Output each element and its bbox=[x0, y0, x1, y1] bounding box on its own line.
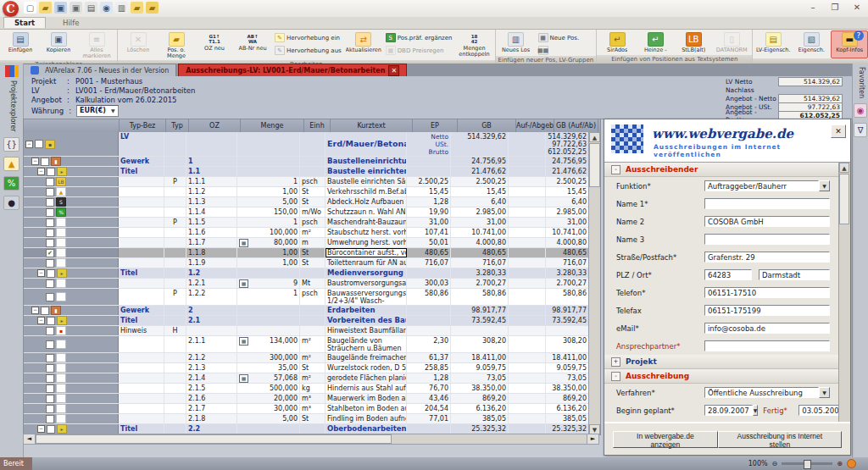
cell-kurztext[interactable]: Bürocontainer aufst., vorh., entfernen bbox=[326, 248, 407, 257]
cell-gb-auf-ab[interactable]: 24.756,95 bbox=[546, 157, 589, 166]
zoom-out-icon[interactable]: ⊖ bbox=[772, 460, 778, 467]
cell-gb-auf-ab[interactable]: 716,07 bbox=[546, 258, 589, 268]
funnel-icon[interactable]: ∇ bbox=[854, 123, 867, 137]
cell-ep[interactable] bbox=[407, 306, 451, 315]
cell-gb[interactable]: 480,65 bbox=[451, 248, 509, 257]
save-all-icon[interactable]: ▣ bbox=[70, 2, 82, 14]
ab-nr-neu-button[interactable]: AB↑ WAAB-Nr neu bbox=[234, 30, 271, 60]
expand-icon[interactable]: − bbox=[37, 168, 45, 175]
cell-gb-auf-ab[interactable]: 18.411,00 bbox=[546, 353, 589, 362]
tree-cell[interactable]: ▲ bbox=[24, 187, 119, 196]
neue-pos-button[interactable]: ▦Neue Pos. bbox=[536, 32, 582, 43]
ribbon-tab-start[interactable]: Start bbox=[3, 17, 46, 28]
cell-einh[interactable] bbox=[300, 132, 326, 156]
show-webvergabe-button[interactable]: In webvergabe.de anzeigen bbox=[613, 431, 718, 448]
cell-typbez[interactable] bbox=[119, 363, 164, 373]
cell-oz[interactable] bbox=[186, 326, 237, 335]
cell-einh[interactable]: kg bbox=[300, 384, 326, 393]
cell-typbez[interactable] bbox=[119, 279, 164, 288]
cell-gb[interactable]: 73,05 bbox=[451, 373, 509, 383]
cell-gb-auf-ab[interactable]: 73,05 bbox=[546, 373, 589, 383]
neues-los-button[interactable]: ▥Neues Los bbox=[498, 30, 535, 56]
name2-field[interactable]: COSOBA GmbH bbox=[704, 216, 830, 227]
cell-typbez[interactable] bbox=[119, 289, 164, 305]
currency-select[interactable]: EUR(€)▼ bbox=[76, 105, 119, 117]
cell-einh[interactable] bbox=[300, 306, 326, 315]
tab-close-icon[interactable]: ✕ bbox=[388, 65, 399, 76]
cell-einh[interactable]: m/Wo bbox=[300, 207, 326, 217]
table-row-titel-1.2[interactable]: −▸Titel1.2Medienversorgung3.280,333.280,… bbox=[24, 268, 589, 279]
cell-ep[interactable]: 2,30 bbox=[407, 336, 451, 352]
archive-folder-icon[interactable]: ▰ bbox=[146, 2, 159, 14]
favorites-label[interactable]: Favoriten bbox=[855, 67, 865, 98]
cell-einh[interactable]: psch bbox=[300, 289, 326, 305]
cell-gb[interactable]: 6,40 bbox=[451, 197, 509, 207]
cell-typbez[interactable]: Gewerk bbox=[119, 157, 164, 166]
cell-auf-abgebot[interactable] bbox=[509, 373, 546, 383]
cell-kurztext[interactable]: Vorbereiten des Baugeländes bbox=[326, 316, 407, 325]
table-row-pos-1.1.2[interactable]: ▲1.1.21,00StVerkehrsschild m.Bef.abb.u.e… bbox=[24, 187, 589, 197]
cell-typbez[interactable] bbox=[119, 384, 164, 393]
collapse-icon[interactable]: - bbox=[611, 372, 620, 381]
cell-menge[interactable]: 1 bbox=[237, 289, 300, 305]
row-checkbox[interactable] bbox=[46, 259, 54, 268]
panel-scrollbar[interactable]: ▲ bbox=[838, 163, 850, 423]
row-checkbox[interactable] bbox=[46, 415, 54, 423]
cell-oz[interactable]: 1.1.2 bbox=[186, 187, 237, 196]
cell-oz[interactable]: 1.1.6 bbox=[186, 228, 237, 237]
cell-menge[interactable]: 300,000 bbox=[237, 353, 300, 362]
cell-oz[interactable]: 1.1.3 bbox=[186, 197, 237, 207]
cell-gb-auf-ab[interactable]: 31,00 bbox=[546, 218, 589, 227]
cell-oz[interactable]: 2.1.2 bbox=[186, 353, 237, 362]
cell-gb[interactable]: 3.280,33 bbox=[451, 268, 509, 278]
cell-menge[interactable]: 35,00 bbox=[237, 363, 300, 373]
expand-icon[interactable]: − bbox=[31, 158, 39, 165]
dbd-button[interactable]: ▦DBD Preisregen bbox=[383, 45, 455, 56]
cell-oz[interactable]: 1.1 bbox=[186, 167, 237, 176]
cell-oz[interactable]: 1.2.1 bbox=[186, 279, 237, 288]
cell-gb[interactable]: 15,45 bbox=[451, 187, 509, 196]
cell-typ[interactable] bbox=[164, 384, 186, 393]
cell-typbez[interactable] bbox=[119, 238, 164, 247]
cell-gb[interactable]: 38.350,00 bbox=[451, 384, 509, 393]
cell-kurztext[interactable]: Baustelle einrichten bbox=[326, 167, 407, 176]
pos-praefix-button[interactable]: SPos.präf. ergänzen bbox=[383, 32, 455, 43]
cell-typbez[interactable]: Hinweis bbox=[119, 326, 164, 335]
save-icon[interactable]: ▣ bbox=[54, 2, 67, 14]
table-row-pos-2.1.6[interactable]: 2.1.620,000m³Mauerwerk im Boden abbreche… bbox=[24, 394, 589, 404]
cell-typ[interactable] bbox=[164, 157, 186, 166]
strasse-field[interactable]: Grafenstr. 29 bbox=[704, 252, 830, 263]
tree-cell[interactable] bbox=[24, 373, 119, 383]
cell-auf-abgebot[interactable] bbox=[509, 289, 546, 305]
row-checkbox[interactable] bbox=[46, 327, 54, 335]
cell-kurztext[interactable]: Mauerwerk im Boden abbrechen und seitlic… bbox=[326, 394, 407, 403]
cell-oz[interactable]: 2.1 bbox=[186, 316, 237, 325]
cell-typ[interactable] bbox=[164, 336, 186, 352]
cell-menge[interactable]: 1,00 bbox=[237, 258, 300, 268]
cell-gb-auf-ab[interactable]: 2.985,00 bbox=[546, 207, 589, 217]
expand-icon[interactable]: + bbox=[611, 357, 620, 367]
new-document-icon[interactable]: ▢ bbox=[24, 2, 36, 14]
tree-cell[interactable] bbox=[24, 394, 119, 403]
cell-gb-auf-ab[interactable] bbox=[546, 326, 589, 335]
zoom-slider-thumb[interactable] bbox=[804, 460, 811, 469]
chevron-down-icon[interactable]: ▼ bbox=[753, 405, 759, 416]
table-row-pos-1.2.2[interactable]: P1.2.21pschBauwasserversorgungsanlage 1/… bbox=[24, 289, 589, 306]
table-row-pos-2.1.4[interactable]: 2.1.4▦57,068m²gerodete Flächen planieren… bbox=[24, 373, 589, 384]
cell-auf-abgebot[interactable] bbox=[509, 268, 546, 278]
table-row-pos-1.1.7[interactable]: 1.1.7▦80,000mUmwehrung herst. vorh. u. b… bbox=[24, 238, 589, 248]
tree-cell[interactable] bbox=[24, 279, 119, 288]
cell-gb-auf-ab[interactable]: 6.136,20 bbox=[546, 404, 589, 413]
cell-auf-abgebot[interactable] bbox=[509, 187, 546, 196]
verfahren-select[interactable]: Öffentliche Ausschreibung bbox=[704, 387, 819, 398]
cell-gb[interactable]: 25.325,32 bbox=[451, 424, 509, 434]
cell-einh[interactable]: psch bbox=[300, 218, 326, 227]
cell-typ[interactable] bbox=[164, 306, 186, 315]
cell-typ[interactable] bbox=[164, 373, 186, 383]
ansprechpartner-field[interactable] bbox=[704, 340, 830, 351]
tree-cell[interactable] bbox=[24, 238, 119, 247]
cell-typ[interactable] bbox=[164, 268, 186, 278]
section-header-ausschreibung[interactable]: -Ausschreibung bbox=[604, 369, 850, 384]
cell-typbez[interactable] bbox=[119, 258, 164, 268]
table-row-lv-[interactable]: −▪LVErd/Mauer/BetonarbeitenNettoUSt.Brut… bbox=[24, 132, 589, 157]
